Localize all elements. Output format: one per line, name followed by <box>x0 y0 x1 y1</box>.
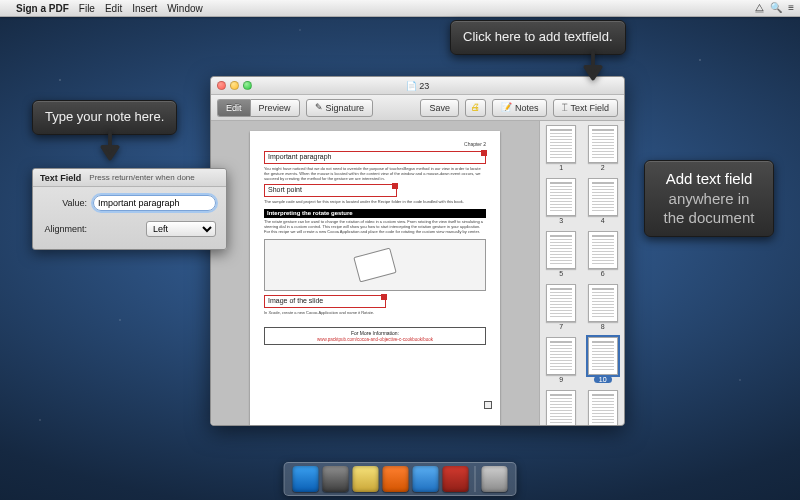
wifi-icon[interactable]: ⧋ <box>755 2 764 14</box>
print-icon: 🖨 <box>471 103 480 112</box>
thumbnail-page-9[interactable]: 9 <box>542 337 581 387</box>
notes-button[interactable]: 📝 Notes <box>492 99 548 117</box>
thumbnail-page-5[interactable]: 5 <box>542 231 581 281</box>
thumbnail-icon <box>588 178 618 216</box>
thumbnail-icon <box>588 390 618 425</box>
text-field-button[interactable]: ⌶ Text Field <box>553 99 618 117</box>
text-field-label: Text Field <box>570 103 609 113</box>
dock <box>284 462 517 496</box>
menubar-item-edit[interactable]: Edit <box>105 3 122 14</box>
notes-icon: 📝 <box>501 103 512 112</box>
pages-icon[interactable] <box>383 466 409 492</box>
thumbnail-sidebar[interactable]: 123456789101112 <box>539 121 624 425</box>
inspector-hint: Press return/enter when done <box>89 173 194 182</box>
thumbnail-number: 6 <box>601 270 605 277</box>
thumbnail-number: 8 <box>601 323 605 330</box>
thumbnail-icon <box>588 231 618 269</box>
signature-button[interactable]: ✎ Signature <box>306 99 374 117</box>
resize-handle-icon[interactable] <box>392 183 398 189</box>
preview-icon[interactable] <box>353 466 379 492</box>
menubar-item-insert[interactable]: Insert <box>132 3 157 14</box>
text-field-icon: ⌶ <box>562 103 567 112</box>
thumbnail-page-11[interactable]: 11 <box>542 390 581 425</box>
page-canvas[interactable]: Chapter 2 Important paragraph You might … <box>211 121 539 425</box>
menubar-item-window[interactable]: Window <box>167 3 203 14</box>
document-content: Chapter 2 Important paragraph You might … <box>211 121 624 425</box>
thumbnail-page-6[interactable]: 6 <box>584 231 623 281</box>
page-paragraph: The rotate gesture can be used to change… <box>264 220 486 234</box>
thumbnail-page-8[interactable]: 8 <box>584 284 623 334</box>
page-paragraph: In Xcode, create a new Cocoa Application… <box>264 311 486 316</box>
resize-handle-icon[interactable] <box>481 150 487 156</box>
thumbnail-icon <box>546 231 576 269</box>
page-chapter: Chapter 2 <box>264 141 486 147</box>
value-label: Value: <box>43 198 93 208</box>
finder-icon[interactable] <box>293 466 319 492</box>
menubar-app-name[interactable]: Sign a PDF <box>16 3 69 14</box>
callout-click-add: Click here to add textfield. <box>450 20 626 55</box>
sign-a-pdf-icon[interactable] <box>443 466 469 492</box>
notes-label: Notes <box>515 103 539 113</box>
thumbnail-page-7[interactable]: 7 <box>542 284 581 334</box>
preview-mode-button[interactable]: Preview <box>250 99 300 117</box>
menubar-status-icons: ⧋ 🔍 ≡ <box>755 2 794 14</box>
text-annotation-1[interactable]: Important paragraph <box>264 151 486 164</box>
thumbnail-number: 10 <box>594 376 612 383</box>
thumbnail-number: 3 <box>559 217 563 224</box>
resize-handle-icon[interactable] <box>381 294 387 300</box>
thumbnail-number: 7 <box>559 323 563 330</box>
text-field-inspector: Text Field Press return/enter when done … <box>32 168 227 250</box>
text-annotation-2[interactable]: Short point <box>264 184 397 197</box>
pdf-page[interactable]: Chapter 2 Important paragraph You might … <box>250 131 500 425</box>
thumbnail-page-4[interactable]: 4 <box>584 178 623 228</box>
alignment-select[interactable]: Left <box>146 221 216 237</box>
signature-label: Signature <box>326 103 365 113</box>
footer-link: www.packtpub.com/cocoa-and-objective-c-c… <box>269 337 481 343</box>
toolbar: Edit Preview ✎ Signature Save 🖨 📝 Notes … <box>211 95 624 121</box>
menubar-item-file[interactable]: File <box>79 3 95 14</box>
window-titlebar[interactable]: 23 <box>211 77 624 95</box>
thumbnail-icon <box>546 390 576 425</box>
spotlight-icon[interactable]: 🔍 <box>770 2 782 14</box>
thumbnail-page-2[interactable]: 2 <box>584 125 623 175</box>
menu-extras-icon[interactable]: ≡ <box>788 2 794 14</box>
thumbnail-icon <box>546 337 576 375</box>
save-button[interactable]: Save <box>420 99 459 117</box>
thumbnail-number: 4 <box>601 217 605 224</box>
callout-type-note: Type your note here. <box>32 100 177 135</box>
thumbnail-number: 5 <box>559 270 563 277</box>
appstore-icon[interactable] <box>413 466 439 492</box>
thumbnail-page-3[interactable]: 3 <box>542 178 581 228</box>
callout-line: anywhere in <box>669 190 750 207</box>
edit-mode-button[interactable]: Edit <box>217 99 250 117</box>
thumbnail-icon <box>546 125 576 163</box>
text-annotation-3[interactable]: Image of the slide <box>264 295 386 308</box>
signature-icon: ✎ <box>315 103 323 112</box>
thumbnail-icon <box>588 125 618 163</box>
thumbnail-page-10[interactable]: 10 <box>584 337 623 387</box>
thumbnail-icon <box>546 284 576 322</box>
launchpad-icon[interactable] <box>323 466 349 492</box>
thumbnail-number: 1 <box>559 164 563 171</box>
view-mode-segmented: Edit Preview <box>217 99 300 117</box>
inspector-header[interactable]: Text Field Press return/enter when done <box>33 169 226 187</box>
thumbnail-number: 9 <box>559 376 563 383</box>
window-close-icon[interactable] <box>217 81 226 90</box>
print-button[interactable]: 🖨 <box>465 99 486 117</box>
window-zoom-icon[interactable] <box>243 81 252 90</box>
dock-separator <box>475 466 476 492</box>
value-input[interactable] <box>93 195 216 211</box>
thumbnail-page-12[interactable]: 12 <box>584 390 623 425</box>
window-minimize-icon[interactable] <box>230 81 239 90</box>
mac-menubar: Sign a PDF File Edit Insert Window ⧋ 🔍 ≡ <box>0 0 800 17</box>
trash-icon[interactable] <box>482 466 508 492</box>
thumbnail-icon <box>546 178 576 216</box>
app-window: 23 Edit Preview ✎ Signature Save 🖨 📝 Not… <box>210 76 625 426</box>
callout-line: the document <box>664 209 755 226</box>
selection-handle-icon[interactable] <box>484 401 492 409</box>
page-figure <box>264 239 486 291</box>
window-title: 23 <box>211 81 624 91</box>
page-paragraph: The sample code and project for this rec… <box>264 200 486 205</box>
thumbnail-page-1[interactable]: 1 <box>542 125 581 175</box>
page-paragraph: You might have noticed that we do not ne… <box>264 167 486 181</box>
